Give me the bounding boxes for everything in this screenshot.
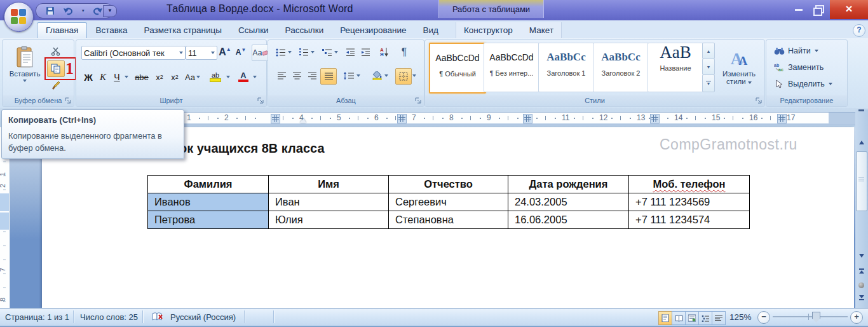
table-cell[interactable]: Юлия xyxy=(269,211,389,229)
table-column-marker[interactable] xyxy=(650,114,660,123)
styles-scroll-up-icon[interactable]: ▲ xyxy=(702,43,715,59)
view-web-layout-button[interactable] xyxy=(685,311,699,325)
table-header-cell[interactable]: Отчество xyxy=(389,176,508,193)
table-cell[interactable]: +7 111 1234574 xyxy=(629,211,750,229)
tab-references[interactable]: Ссылки xyxy=(230,22,277,38)
table-header-cell[interactable]: Дата рождения xyxy=(508,176,629,193)
undo-dropdown-caret-icon[interactable]: ▾ xyxy=(82,8,85,13)
zoom-in-button[interactable]: + xyxy=(850,311,863,324)
font-color-caret-icon[interactable] xyxy=(252,71,258,83)
subscript-button[interactable]: x2 xyxy=(153,69,166,85)
view-print-layout-button[interactable] xyxy=(658,311,672,325)
font-name-combobox[interactable]: Calibri (Основной тек xyxy=(81,46,186,60)
underline-caret-icon[interactable] xyxy=(123,71,130,83)
table-cell[interactable]: Иванов xyxy=(148,193,269,211)
table-column-marker[interactable] xyxy=(397,114,407,123)
save-icon[interactable] xyxy=(46,6,55,15)
page-indicator[interactable]: Страница: 1 из 1 xyxy=(5,312,69,322)
align-center-button[interactable] xyxy=(290,68,304,83)
split-handle[interactable] xyxy=(858,109,864,111)
tab-design[interactable]: Конструктор xyxy=(456,22,521,38)
bold-button[interactable]: Ж xyxy=(81,69,95,85)
view-outline-button[interactable] xyxy=(698,311,712,325)
tab-layout[interactable]: Макет xyxy=(521,22,562,38)
restore-button[interactable] xyxy=(810,0,829,18)
table-header-cell[interactable]: Имя xyxy=(269,176,389,193)
shading-button[interactable] xyxy=(369,68,391,83)
scrollbar-thumb[interactable] xyxy=(856,151,867,211)
justify-button[interactable] xyxy=(320,68,337,85)
select-browse-object-button[interactable] xyxy=(856,280,867,290)
change-styles-button[interactable]: A A Изменить стили xyxy=(716,43,762,94)
font-color-button[interactable]: А xyxy=(235,69,252,85)
highlight-caret-icon[interactable] xyxy=(225,71,231,83)
shrink-font-button[interactable]: А▼ xyxy=(234,45,248,60)
table-column-marker[interactable] xyxy=(523,114,532,123)
help-button[interactable]: ? xyxy=(853,24,865,37)
decrease-indent-button[interactable] xyxy=(343,45,357,59)
table-column-marker[interactable] xyxy=(271,114,280,123)
show-marks-button[interactable]: ¶ xyxy=(397,44,412,60)
tab-page-layout[interactable]: Разметка страницы xyxy=(136,22,230,38)
zoom-level[interactable]: 125% xyxy=(729,312,752,322)
font-size-combobox[interactable]: 11 xyxy=(186,46,217,60)
replace-button[interactable]: abac Заменить xyxy=(773,60,824,74)
borders-caret-icon[interactable] xyxy=(410,69,418,82)
strikethrough-button[interactable]: abe xyxy=(132,69,151,85)
vertical-scrollbar[interactable] xyxy=(855,109,868,308)
tab-review[interactable]: Рецензирование xyxy=(332,22,414,38)
scroll-up-button[interactable] xyxy=(856,137,867,148)
style-heading1[interactable]: AaBbCcЗаголовок 1 xyxy=(538,43,594,92)
table-header-cell[interactable]: Моб. телефон xyxy=(629,176,750,193)
word-count[interactable]: Число слов: 25 xyxy=(80,312,138,322)
table-cell[interactable]: +7 111 1234569 xyxy=(629,193,750,211)
scroll-down-button[interactable] xyxy=(856,251,867,261)
paragraph-dialog-launcher-icon[interactable] xyxy=(415,97,423,105)
redo-icon[interactable] xyxy=(93,6,103,15)
zoom-slider-thumb[interactable] xyxy=(812,312,820,323)
minimize-button[interactable] xyxy=(789,0,808,18)
align-left-button[interactable] xyxy=(275,68,288,83)
underline-button[interactable]: Ч xyxy=(111,69,123,85)
clear-formatting-button[interactable]: Аа xyxy=(252,45,269,61)
close-button[interactable]: × xyxy=(830,0,868,19)
styles-dialog-launcher-icon[interactable] xyxy=(756,97,763,105)
customize-qat-button[interactable]: ▼ xyxy=(103,5,117,17)
undo-icon[interactable] xyxy=(63,6,73,15)
cut-button[interactable] xyxy=(47,44,64,58)
language-indicator[interactable]: Русский (Россия) xyxy=(170,312,236,322)
bullets-button[interactable] xyxy=(273,45,294,59)
find-button[interactable]: Найти xyxy=(773,44,818,58)
spellcheck-status-icon[interactable] xyxy=(151,312,164,322)
superscript-button[interactable]: x2 xyxy=(168,69,182,85)
zoom-slider-track[interactable] xyxy=(773,316,848,317)
borders-button[interactable] xyxy=(395,68,412,85)
sort-button[interactable]: АЯ xyxy=(376,44,393,60)
zoom-out-button[interactable]: − xyxy=(757,311,770,324)
align-right-button[interactable] xyxy=(305,68,319,83)
line-spacing-button[interactable] xyxy=(341,68,362,83)
format-painter-button[interactable] xyxy=(47,78,64,92)
grow-font-button[interactable]: А▲ xyxy=(217,45,233,60)
styles-gallery-more-icon[interactable]: ▼ xyxy=(702,74,715,92)
tab-insert[interactable]: Вставка xyxy=(87,22,135,38)
styles-scroll-down-icon[interactable]: ▼ xyxy=(702,59,715,75)
increase-indent-button[interactable] xyxy=(358,45,372,59)
tab-home[interactable]: Главная xyxy=(37,22,87,38)
tab-mailings[interactable]: Рассылки xyxy=(277,22,332,38)
office-button[interactable] xyxy=(4,2,34,32)
table-cell[interactable]: Сергеевич xyxy=(389,193,508,211)
numbering-button[interactable] xyxy=(296,45,316,59)
table-cell[interactable]: 16.06.2005 xyxy=(508,211,629,229)
tab-view[interactable]: Вид xyxy=(414,22,446,38)
view-fullscreen-reading-button[interactable] xyxy=(672,311,686,325)
style-title[interactable]: AaBНазвание xyxy=(648,43,703,92)
next-page-button[interactable] xyxy=(856,293,867,303)
table-cell[interactable]: Петрова xyxy=(148,211,269,229)
change-case-button[interactable]: Аа xyxy=(183,69,202,85)
style-normal[interactable]: AaBbCcDd¶ Обычный xyxy=(429,43,486,94)
table-cell[interactable]: Степановна xyxy=(389,211,508,229)
style-heading2[interactable]: AaBbCcЗаголовок 2 xyxy=(593,43,649,92)
table-cell[interactable]: Иван xyxy=(269,193,389,211)
font-dialog-launcher-icon[interactable] xyxy=(257,97,265,105)
